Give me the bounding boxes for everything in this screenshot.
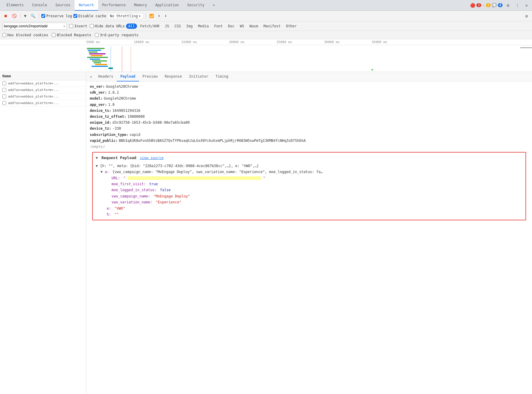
search-icon[interactable]: 🔍: [29, 13, 37, 19]
payload-key-device-ts: device_ts:: [90, 108, 111, 114]
preserve-log-checkbox[interactable]: Preserve log: [41, 14, 72, 18]
chip-manifest[interactable]: Manifest: [261, 23, 283, 29]
tab-elements[interactable]: Elements: [2, 0, 28, 11]
chip-css[interactable]: CSS: [172, 23, 183, 29]
tab-application[interactable]: Application: [151, 0, 183, 11]
payload-key-app-ver: app_ver:: [90, 102, 107, 108]
payload-val-device-tz-offset: 19800000: [128, 114, 145, 120]
chip-media[interactable]: Media: [196, 23, 211, 29]
request-item-0[interactable]: add?os=web&os_platform=...: [0, 80, 86, 87]
request-item-3[interactable]: add?os=web&os_platform=...: [0, 100, 86, 106]
tree-a-summary: {vwo_campaign_name: "MoEngage Deploy", v…: [112, 170, 323, 174]
toolbar: ⏺ 🚫 ▼ 🔍 Preserve log Disable cache No th…: [0, 11, 532, 21]
tree-url-key: URL:: [111, 176, 120, 180]
network-settings-icon[interactable]: ⚙: [524, 12, 530, 20]
tab-memory[interactable]: Memory: [130, 0, 151, 11]
ruler-mark-10000: 10000 ms: [134, 40, 149, 44]
has-blocked-cookies-checkbox[interactable]: Has blocked cookies: [2, 33, 48, 37]
payload-row-device-tz-offset: device_tz_offset: 19800000: [90, 114, 528, 120]
tree-url-quote-open: ": [123, 176, 125, 180]
tree-a-arrow[interactable]: ▼: [100, 170, 103, 174]
download-icon[interactable]: ⬇: [163, 13, 168, 19]
ruler-mark-25000: 25000 ms: [276, 40, 292, 44]
tree-a-line: ▼ a: {vwo_campaign_name: "MoEngage Deplo…: [100, 169, 522, 175]
sub-tab-close-button[interactable]: ×: [87, 72, 95, 81]
tree-root-line: ▼ {h: "", meta: {bid: "226a1273-c702-43d…: [96, 163, 522, 169]
tree-url-quote-close: ": [263, 176, 265, 180]
payload-key-os-ver: os_ver:: [90, 84, 105, 90]
payload-key-device-tz-offset: device_tz_offset:: [90, 114, 126, 120]
payload-val-unique-id: d3c92758-1653-45cb-b588-98e7a65cba09: [112, 120, 190, 125]
tree-moe-logged-in-val: false: [160, 188, 171, 192]
payload-key-model: model:: [90, 96, 103, 101]
chevron-down-icon: ▾: [138, 14, 141, 18]
tab-security[interactable]: Security: [183, 0, 209, 11]
tree-moe-logged-in-key: moe_logged_in_status:: [111, 188, 157, 192]
blocked-requests-checkbox[interactable]: Blocked Requests: [52, 33, 91, 37]
view-source-link[interactable]: view source: [140, 155, 163, 161]
upload-icon[interactable]: ⬆: [157, 13, 162, 19]
tab-more[interactable]: »: [209, 0, 219, 11]
sub-tab-headers[interactable]: Headers: [95, 72, 117, 81]
sub-tab-payload[interactable]: Payload: [117, 72, 139, 81]
request-label-3: add?os=web&os_platform=...: [8, 101, 59, 105]
chip-font[interactable]: Font: [212, 23, 225, 29]
request-item-1[interactable]: add?os=web&os_platform=...: [0, 87, 86, 93]
invert-checkbox[interactable]: Invert: [69, 24, 87, 28]
hide-data-urls-checkbox[interactable]: Hide data URLs: [90, 24, 125, 28]
tree-vwo-variation-line: vwo_variation_name: "Experience": [105, 199, 522, 205]
request-checkbox-3[interactable]: [2, 101, 6, 105]
tab-network[interactable]: Network: [75, 0, 98, 11]
chip-ws[interactable]: WS: [237, 23, 246, 29]
chip-img[interactable]: Img: [184, 23, 195, 29]
more-options-icon[interactable]: ⋮: [514, 2, 521, 9]
req-payload-header: ▼ Request Payload view source: [96, 155, 522, 161]
sub-tab-preview[interactable]: Preview: [139, 72, 161, 81]
filter-icon[interactable]: ▼: [23, 13, 28, 19]
payload-key-subscription-type: subscription_type:: [90, 132, 128, 138]
tab-console[interactable]: Console: [28, 0, 51, 11]
payload-row-os-ver: os_ver: Google%20Chrome: [90, 84, 528, 90]
tree-e-val: "VWO": [114, 206, 125, 211]
stop-button[interactable]: 🚫: [10, 13, 18, 19]
sub-tab-initiator[interactable]: Initiator: [185, 72, 212, 81]
main-area: Name add?os=web&os_platform=... add?os=w…: [0, 72, 532, 394]
clear-filter-icon[interactable]: ✕: [63, 24, 65, 28]
request-checkbox-1[interactable]: [2, 88, 6, 92]
disable-cache-checkbox[interactable]: Disable cache: [73, 14, 106, 18]
payload-row-sdk-ver: sdk_ver: 2.8.2: [90, 90, 528, 95]
request-checkbox-0[interactable]: [2, 81, 6, 85]
url-filter-input[interactable]: [4, 24, 63, 28]
tab-bar: Elements Console Sources Network Perform…: [0, 0, 532, 11]
wifi-icon[interactable]: 📶: [148, 13, 155, 19]
close-devtools-icon[interactable]: ✕: [524, 2, 530, 9]
request-item-2[interactable]: add?os=web&os_platform=...: [0, 93, 86, 100]
payload-content: os_ver: Google%20Chrome sdk_ver: 2.8.2 m…: [86, 81, 532, 394]
warning-badge: 2: [486, 3, 491, 7]
record-button[interactable]: ⏺: [2, 13, 9, 19]
tree-moe-logged-in-line: moe_logged_in_status: false: [105, 187, 522, 193]
payload-row-device-tz: device_tz: -330: [90, 126, 528, 131]
request-checkbox-2[interactable]: [2, 95, 6, 98]
chip-js[interactable]: JS: [162, 23, 171, 29]
settings-icon[interactable]: ⚙: [505, 2, 511, 9]
chip-doc[interactable]: Doc: [226, 23, 237, 29]
third-party-requests-checkbox[interactable]: 3rd-party requests: [95, 33, 138, 37]
req-payload-arrow[interactable]: ▼: [96, 155, 98, 161]
sub-tab-response[interactable]: Response: [161, 72, 185, 81]
payload-row-model: model: Google%20Chrome: [90, 96, 528, 101]
tree-moe-first-visit-key: moe_first_visit:: [111, 182, 146, 186]
tree-h-val: "": [114, 212, 119, 216]
chip-wasm[interactable]: Wasm: [247, 23, 260, 29]
tree-moe-first-visit-line: moe_first_visit: true: [105, 181, 522, 187]
payload-empty-label: (empty): [90, 144, 105, 150]
chip-fetch-xhr[interactable]: Fetch/XHR: [138, 23, 162, 29]
tab-performance[interactable]: Performance: [98, 0, 130, 11]
chip-all[interactable]: All: [126, 23, 137, 29]
tree-root-arrow[interactable]: ▼: [96, 164, 98, 168]
payload-row-device-ts: device_ts: 1649851294316: [90, 108, 528, 114]
tab-sources[interactable]: Sources: [51, 0, 75, 11]
chip-other[interactable]: Other: [284, 23, 299, 29]
throttling-dropdown[interactable]: No throttling ▾: [107, 13, 143, 19]
sub-tab-timing[interactable]: Timing: [212, 72, 232, 81]
